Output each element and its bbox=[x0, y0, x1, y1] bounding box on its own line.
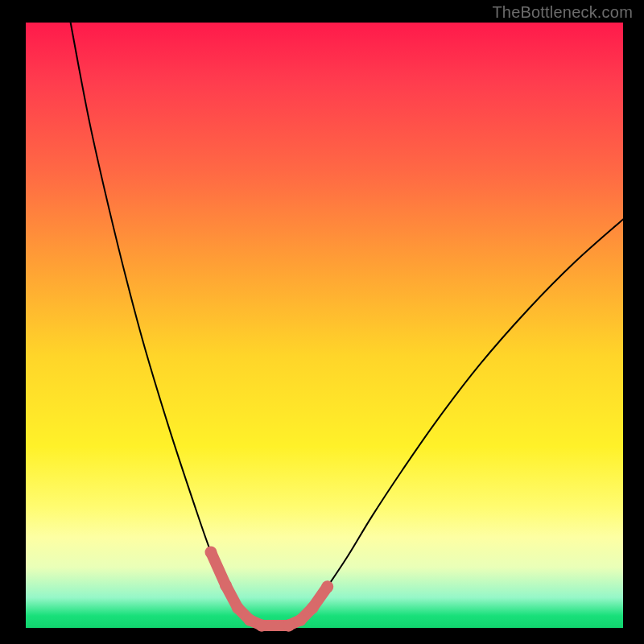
series-right-marker-chain-dot bbox=[295, 614, 307, 626]
series-left-curve bbox=[71, 23, 262, 625]
series-right-marker-chain-dot bbox=[321, 580, 333, 592]
series-bottom-marker-bar-dot bbox=[283, 619, 295, 631]
series-right-curve bbox=[288, 219, 623, 625]
watermark-text: TheBottleneck.com bbox=[492, 3, 633, 22]
series-left-marker-chain-dot bbox=[220, 580, 232, 592]
series-right-marker-chain-dot bbox=[307, 602, 319, 614]
series-left-marker-chain-dot bbox=[244, 614, 256, 626]
series-left-marker-chain-dot bbox=[232, 602, 244, 614]
series-left-marker-chain-dot bbox=[205, 547, 217, 559]
series-bottom-marker-bar-dot bbox=[256, 619, 268, 631]
chart-svg bbox=[0, 0, 644, 644]
series-left-marker-chain bbox=[211, 552, 262, 625]
chart-frame: TheBottleneck.com bbox=[0, 0, 644, 644]
